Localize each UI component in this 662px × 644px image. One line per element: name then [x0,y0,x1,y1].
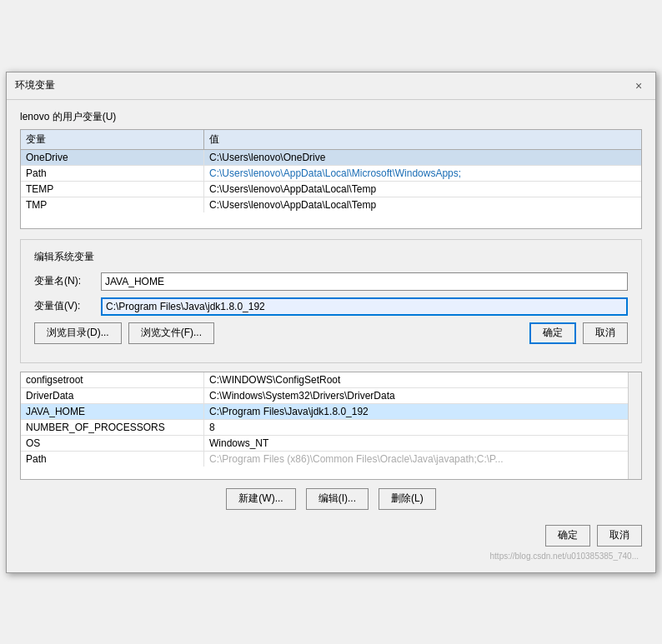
row-var: OS [21,436,204,451]
row-val: C:\Users\lenovo\AppData\Local\Temp [204,197,641,212]
table-row[interactable]: Path C:\Program Files (x86)\Common Files… [21,452,628,467]
var-name-input[interactable] [101,272,628,291]
row-val: C:\WINDOWS\ConfigSetRoot [204,372,628,387]
sys-edit-button[interactable]: 编辑(I)... [306,488,369,510]
table-row[interactable]: Path C:\Users\lenovo\AppData\Local\Micro… [21,166,641,182]
sys-delete-button[interactable]: 删除(L) [379,488,436,510]
row-val: C:\Program Files (x86)\Common Files\Orac… [204,452,628,467]
close-button[interactable]: × [630,77,647,94]
scrollbar[interactable] [628,372,641,479]
env-variables-dialog: 环境变量 × lenovo 的用户变量(U) 变量 值 OneDrive C:\… [6,72,656,573]
bottom-cancel-button[interactable]: 取消 [597,525,642,547]
title-bar: 环境变量 × [7,72,655,100]
var-val-row: 变量值(V): [34,297,628,316]
row-var: NUMBER_OF_PROCESSORS [21,420,204,435]
sys-action-buttons: 新建(W)... 编辑(I)... 删除(L) [20,488,642,510]
var-name-row: 变量名(N): [34,272,628,291]
row-var: TMP [21,197,204,212]
row-val: Windows_NT [204,436,628,451]
user-section-label: lenovo 的用户变量(U) [20,110,642,124]
edit-section-title: 编辑系统变量 [34,250,628,264]
row-val: C:\Users\lenovo\OneDrive [204,150,641,165]
bottom-buttons: 确定 取消 [20,518,642,550]
row-val: C:\Program Files\Java\jdk1.8.0_192 [204,404,628,419]
table-row[interactable]: OneDrive C:\Users\lenovo\OneDrive [21,150,641,166]
table-row[interactable]: JAVA_HOME C:\Program Files\Java\jdk1.8.0… [21,404,628,420]
sys-variables-table: configsetroot C:\WINDOWS\ConfigSetRoot D… [20,372,642,480]
row-var: configsetroot [21,372,204,387]
row-val: 8 [204,420,628,435]
table-row[interactable]: NUMBER_OF_PROCESSORS 8 [21,420,628,436]
edit-cancel-button[interactable]: 取消 [583,322,628,344]
window-title: 环境变量 [15,78,55,92]
row-var: OneDrive [21,150,204,165]
var-name-label: 变量名(N): [34,274,101,288]
table-row[interactable]: TEMP C:\Users\lenovo\AppData\Local\Temp [21,182,641,197]
edit-system-var-section: 编辑系统变量 变量名(N): 变量值(V): 浏览目录(D)... 浏览文件(F… [20,239,642,363]
table-row[interactable]: OS Windows_NT [21,436,628,452]
table-row[interactable]: TMP C:\Users\lenovo\AppData\Local\Temp [21,197,641,212]
dialog-body: lenovo 的用户变量(U) 变量 值 OneDrive C:\Users\l… [7,100,655,572]
browse-file-button[interactable]: 浏览文件(F)... [128,322,214,344]
row-var: TEMP [21,182,204,197]
var-val-label: 变量值(V): [34,299,101,313]
row-var: Path [21,166,204,181]
row-val: C:\Users\lenovo\AppData\Local\Temp [204,182,641,197]
user-section: lenovo 的用户变量(U) 变量 值 OneDrive C:\Users\l… [20,110,642,229]
user-table-header: 变量 值 [21,130,641,150]
row-val: C:\Windows\System32\Drivers\DriverData [204,388,628,403]
sys-new-button[interactable]: 新建(W)... [226,488,295,510]
edit-btn-row: 浏览目录(D)... 浏览文件(F)... 确定 取消 [34,322,628,344]
user-variables-table: 变量 值 OneDrive C:\Users\lenovo\OneDrive P… [20,129,642,229]
table-row[interactable]: configsetroot C:\WINDOWS\ConfigSetRoot [21,372,628,388]
browse-dir-button[interactable]: 浏览目录(D)... [34,322,122,344]
table-row[interactable]: DriverData C:\Windows\System32\Drivers\D… [21,388,628,404]
sys-table-inner: configsetroot C:\WINDOWS\ConfigSetRoot D… [21,372,628,467]
header-var-col: 变量 [21,130,204,149]
header-val-col: 值 [204,130,641,149]
edit-ok-button[interactable]: 确定 [529,322,576,344]
row-var: JAVA_HOME [21,404,204,419]
row-val: C:\Users\lenovo\AppData\Local\Microsoft\… [204,166,641,181]
watermark: https://blog.csdn.net/u010385385_740... [20,550,642,562]
row-var: Path [21,452,204,467]
bottom-ok-button[interactable]: 确定 [545,525,590,547]
row-var: DriverData [21,388,204,403]
var-val-input[interactable] [101,297,628,316]
